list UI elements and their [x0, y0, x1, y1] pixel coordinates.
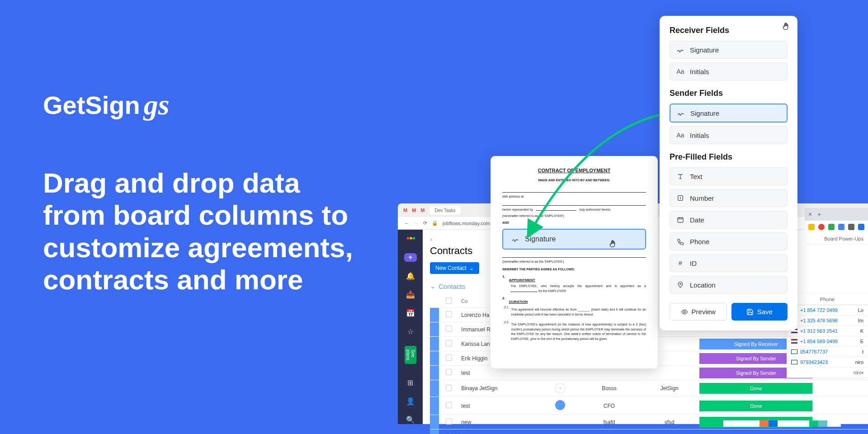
field-label: ID — [690, 259, 697, 267]
phone-row[interactable]: +1 325 478 5698Im — [787, 316, 868, 326]
contact-name: test — [458, 397, 541, 415]
svg-point-2 — [680, 283, 681, 285]
ext-icon[interactable] — [828, 224, 835, 230]
new-tab-icon[interactable]: + — [817, 211, 821, 218]
row-checkbox[interactable] — [446, 354, 452, 361]
flag-icon — [791, 349, 797, 354]
hero-section: GetSign gs Drag and drop data from board… — [43, 88, 353, 296]
field-label: Phone — [690, 238, 709, 245]
phone-tail: K — [860, 328, 863, 334]
phone-row[interactable]: 0547767737t — [787, 347, 868, 357]
sender-initials-field[interactable]: Aa Initials — [670, 126, 788, 144]
drop-label: Signature — [525, 235, 556, 243]
svg-rect-1 — [678, 217, 683, 222]
phone-number: +1 312 563 2541 — [800, 328, 838, 334]
reload-icon[interactable]: ⟳ — [423, 220, 427, 226]
row-checkbox[interactable] — [446, 369, 452, 375]
phone-tail: t — [862, 349, 863, 354]
ext-icon[interactable] — [808, 224, 815, 230]
phone-number: +1 325 478 5698 — [800, 318, 838, 323]
cell: sfsd — [639, 415, 699, 429]
table-row[interactable]: test CFO Done — [430, 397, 868, 415]
flag-icon — [791, 339, 797, 344]
invite-icon[interactable]: 👤 — [405, 397, 416, 406]
initials-icon: Aa — [676, 67, 684, 75]
phone-row[interactable]: +1 854 589 0499E — [787, 336, 868, 347]
signature-icon — [677, 109, 685, 117]
back-icon[interactable]: ← — [404, 221, 409, 226]
number-field[interactable]: Number — [670, 189, 788, 207]
board-power-ups[interactable]: Board Power-Ups — [805, 233, 868, 245]
location-field[interactable]: Location — [670, 276, 788, 294]
doc-addr-label: with address at — [502, 194, 646, 199]
search-rail-icon[interactable]: 🔍 — [405, 415, 416, 424]
s21-num: 2.1 — [504, 306, 509, 319]
preview-button[interactable]: Preview — [670, 303, 727, 321]
close-tab-icon[interactable]: × — [808, 211, 812, 218]
receiver-initials-field[interactable]: Aa Initials — [670, 62, 788, 80]
s1-num: 1. — [502, 274, 505, 282]
calendar-rail-icon[interactable]: 📅 — [405, 309, 416, 317]
phone-field[interactable]: Phone — [670, 232, 788, 250]
doc-subtitle: MADE AND ENTERED INTO BY AND BETWEEN: — [502, 179, 646, 182]
extension-icons — [805, 221, 868, 233]
location-icon — [676, 281, 684, 289]
tab-icon[interactable]: M — [412, 208, 416, 213]
phone-column: Phone +1 854 722 0499Lo+1 325 478 5698Im… — [787, 294, 868, 378]
phone-number: +1 854 722 0499 — [800, 307, 838, 313]
phone-row[interactable]: +1 854 722 0499Lo — [787, 305, 868, 316]
row-checkbox[interactable] — [446, 311, 452, 317]
inbox-icon[interactable]: 📥 — [405, 290, 416, 299]
headline: Drag and drop data from board columns to… — [43, 167, 353, 296]
receiver-signature-field[interactable]: Signature — [670, 41, 788, 59]
tab-icon[interactable]: M — [420, 208, 425, 213]
favorites-icon[interactable]: ☆ — [405, 327, 416, 336]
shield-icon[interactable] — [858, 224, 864, 230]
row-checkbox[interactable] — [446, 340, 452, 346]
table-row[interactable]: Binaya JetSign + Bosss JetSign Done — [430, 380, 868, 397]
row-checkbox[interactable] — [446, 326, 452, 332]
save-icon — [746, 308, 754, 316]
s1-head: APPOINTMENT — [509, 278, 535, 282]
tab-icon[interactable]: M — [403, 208, 407, 213]
side-rail: ✦ 🔔 📥 📅 ☆ See plans ⊞ 👤 🔍 ? — [398, 230, 423, 424]
workspace-icon[interactable]: ✦ — [404, 253, 417, 262]
phone-number: 0547767737 — [800, 349, 828, 354]
row-checkbox[interactable] — [446, 402, 452, 408]
signature-drop-zone[interactable]: Signature — [502, 229, 646, 250]
phone-icon — [676, 237, 684, 245]
row-checkbox[interactable] — [446, 418, 452, 425]
add-contact-row[interactable]: + Add Contact — [439, 429, 868, 434]
new-contact-button[interactable]: New Contact ⌄ — [430, 262, 479, 274]
row-checkbox[interactable] — [446, 385, 452, 391]
s2-num: 2. — [502, 296, 505, 304]
document-preview: CONTRACT OF EMPLOYMENT MADE AND ENTERED … — [491, 156, 658, 368]
signature-icon — [511, 235, 519, 243]
text-field[interactable]: Text — [670, 167, 788, 185]
see-plans-button[interactable]: See plans — [405, 346, 416, 364]
headline-line-2: from board columns to — [43, 199, 353, 231]
phone-row[interactable]: +1 312 563 2541K — [787, 326, 868, 336]
contact-name: Binaya JetSign — [458, 380, 541, 397]
date-field[interactable]: Date — [670, 211, 788, 229]
doc-employee-note: (hereinafter referred to as the 'EMPLOYE… — [502, 259, 646, 264]
notifications-icon[interactable]: 🔔 — [405, 272, 416, 280]
monday-logo-icon[interactable] — [405, 233, 416, 243]
s22-body: The EMPLOYEE's appointment (in the insta… — [511, 322, 646, 341]
save-button[interactable]: Save — [731, 303, 788, 321]
tab-devtasks[interactable]: Dev Tasks — [429, 206, 461, 215]
apps-icon[interactable]: ⊞ — [405, 378, 416, 387]
select-all-checkbox[interactable] — [446, 297, 452, 304]
ext-icon[interactable] — [818, 224, 825, 230]
phone-row[interactable]: 9793423423niro — [787, 357, 868, 368]
forward-icon[interactable]: → — [414, 221, 419, 226]
sender-fields-header: Sender Fields — [670, 89, 788, 98]
ext-icon[interactable] — [838, 224, 844, 230]
sender-signature-field[interactable]: Signature — [670, 104, 788, 123]
doc-whereby: WHEREBY THE PARTIES AGREE AS FOLLOWS: — [502, 267, 646, 272]
calendar-icon — [676, 216, 684, 224]
id-field[interactable]: # ID — [670, 254, 788, 272]
ext-icon[interactable] — [848, 224, 854, 230]
field-label: Signature — [690, 46, 719, 54]
strip-tab-controls: × + — [805, 208, 868, 221]
